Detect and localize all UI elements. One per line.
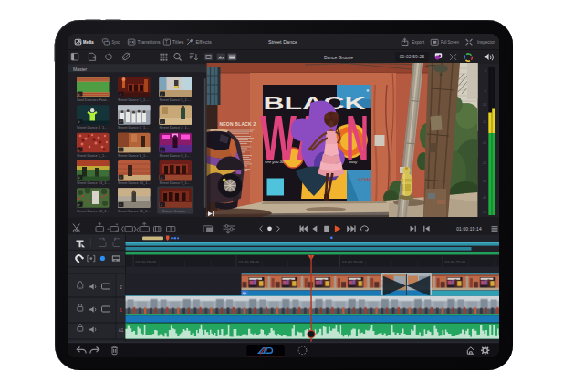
- svg-text:Street Dance 7_1....: Street Dance 7_1....: [118, 98, 150, 102]
- svg-text:GOTHAM: GOTHAM: [358, 178, 371, 181]
- svg-text:Street Dance 2_1...: Street Dance 2_1...: [160, 125, 191, 129]
- svg-text:-40: -40: [482, 196, 486, 200]
- svg-text:*: *: [367, 88, 370, 95]
- svg-text:-10: -10: [482, 103, 486, 107]
- svg-text:Export: Export: [412, 39, 425, 45]
- svg-text:-25: -25: [482, 161, 486, 165]
- svg-text:1: 1: [120, 308, 122, 313]
- svg-text:01:00:22:00: 01:00:22:00: [445, 260, 466, 264]
- svg-text:♪: ♪: [161, 148, 162, 152]
- svg-text:-15: -15: [482, 120, 486, 124]
- svg-text:♪: ♪: [78, 148, 80, 152]
- svg-text:♪: ♪: [161, 175, 162, 180]
- svg-text:♪: ♪: [161, 119, 162, 124]
- svg-text:Street Dance 4_1...: Street Dance 4_1...: [77, 125, 108, 129]
- svg-text:Effects: Effects: [196, 39, 213, 45]
- svg-text:♪: ♪: [78, 92, 80, 97]
- svg-text:-50: -50: [482, 211, 486, 214]
- svg-text:♪: ♪: [120, 202, 121, 207]
- svg-text:Sync: Sync: [112, 39, 120, 45]
- svg-text:Street Dance: Street Dance: [268, 39, 297, 45]
- svg-text:01:00:19:14: 01:00:19:14: [456, 227, 482, 232]
- svg-text:NEON BLACK 2: NEON BLACK 2: [220, 121, 256, 127]
- svg-text:oway: oway: [349, 160, 358, 164]
- svg-text:Street Dance 10_1...: Street Dance 10_1...: [118, 181, 151, 185]
- svg-text:0: 0: [485, 69, 486, 73]
- svg-text:Street Dance 8_1...: Street Dance 8_1...: [160, 153, 191, 158]
- svg-text:Media: Media: [83, 39, 94, 45]
- svg-text:2: 2: [120, 285, 122, 290]
- svg-text:Street Dance 6_1...: Street Dance 6_1...: [118, 153, 149, 158]
- svg-text:-30: -30: [482, 180, 486, 183]
- svg-text:01:00:16:00: 01:00:16:00: [136, 260, 157, 264]
- svg-text:♪: ♪: [120, 92, 121, 97]
- svg-text:♪: ♪: [120, 119, 121, 124]
- svg-text:01:00:20:00: 01:00:20:00: [342, 260, 363, 264]
- svg-text:Soul Dancers Feat...: Soul Dancers Feat...: [77, 98, 109, 102]
- svg-text:Dance Groove: Dance Groove: [324, 55, 353, 60]
- svg-text:♪: ♪: [78, 119, 80, 124]
- svg-text:-20: -20: [482, 141, 486, 145]
- svg-text:00:02:59:25: 00:02:59:25: [400, 55, 425, 59]
- svg-text:Street Dance 13_1...: Street Dance 13_1...: [77, 181, 110, 185]
- svg-text:Full Screen: Full Screen: [441, 39, 459, 45]
- svg-text:Master: Master: [73, 67, 88, 72]
- svg-text:Street Dance 1_1...: Street Dance 1_1...: [77, 153, 108, 158]
- svg-text:-5: -5: [484, 89, 486, 93]
- svg-text:Transitions: Transitions: [138, 39, 161, 45]
- svg-text:♪: ♪: [161, 92, 162, 97]
- svg-text:Inspector: Inspector: [477, 39, 495, 45]
- svg-text:A1: A1: [119, 328, 124, 333]
- svg-text:♪: ♪: [161, 202, 162, 207]
- svg-text:♪: ♪: [120, 175, 121, 180]
- svg-text:♪: ♪: [78, 175, 80, 180]
- svg-text:01:00:18:00: 01:00:18:00: [239, 260, 260, 264]
- svg-text:Titles: Titles: [172, 39, 184, 45]
- svg-text:Dance Groove: Dance Groove: [162, 209, 185, 213]
- svg-text:see you 3D: see you 3D: [265, 160, 286, 164]
- svg-text:Street Dance 5_1....: Street Dance 5_1....: [160, 98, 192, 102]
- svg-text:Street Dance 12_1...: Street Dance 12_1...: [77, 209, 110, 213]
- svg-text:♪: ♪: [120, 148, 121, 152]
- svg-text:Street Dance 9_1...: Street Dance 9_1...: [160, 181, 191, 185]
- svg-text:♪: ♪: [78, 202, 80, 207]
- svg-text:T: T: [165, 40, 168, 45]
- svg-text:Street Dance 11_1...: Street Dance 11_1...: [118, 209, 150, 213]
- svg-text:Street Dance 3_1...: Street Dance 3_1...: [118, 125, 149, 129]
